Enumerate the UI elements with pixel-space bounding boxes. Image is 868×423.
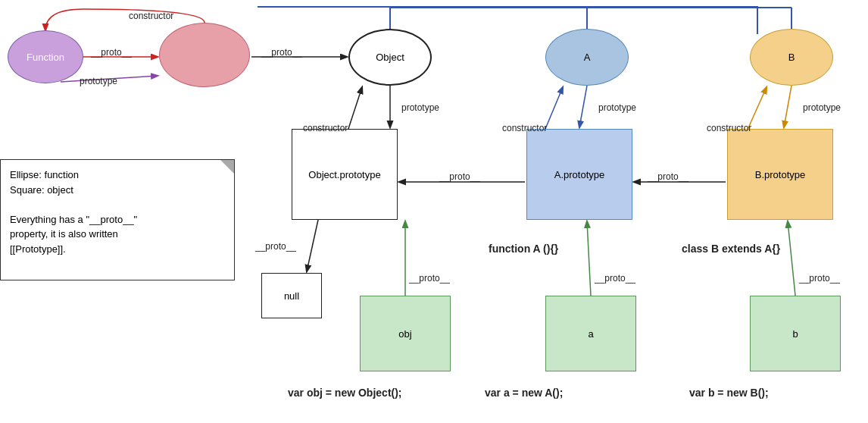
b-prototype-rect: B.prototype xyxy=(727,129,833,220)
null-label: null xyxy=(284,290,299,302)
label-prototype-a-ap: prototype xyxy=(598,102,636,113)
obj-label: obj xyxy=(398,328,411,340)
svg-line-13 xyxy=(784,86,792,127)
label-constructor-op-obj: constructor xyxy=(303,123,348,133)
obj-rect: obj xyxy=(360,296,451,371)
b-inst-label: b xyxy=(792,328,798,340)
label-prototype-obj-op: prototype xyxy=(401,102,439,113)
label-constructor-1: constructor xyxy=(129,11,173,21)
label-prototype-func-fp: prototype xyxy=(80,76,117,86)
label-proto-op-null: __proto__ xyxy=(255,241,296,252)
object-prototype-label: Object.prototype xyxy=(308,169,380,180)
code-b: var b = new B(); xyxy=(689,387,769,399)
code-obj: var obj = new Object(); xyxy=(288,387,402,399)
b-prototype-label: B.prototype xyxy=(755,169,806,180)
label-prototype-b-bp: prototype xyxy=(803,102,841,113)
fp-ellipse xyxy=(159,23,250,87)
label-proto-bp-ap: __proto__ xyxy=(648,171,688,182)
note-box: Ellipse: function Square: object Everyth… xyxy=(0,159,235,280)
label-proto-ap-op: __proto__ xyxy=(439,171,480,182)
note-line5: property, it is also written xyxy=(10,227,225,242)
code-class-b: class B extends A{} xyxy=(682,243,780,255)
null-rect: null xyxy=(261,273,322,318)
object-ellipse: Object xyxy=(348,29,432,86)
label-proto-obj-op: __proto__ xyxy=(409,273,450,284)
diagram-container: Function Object A B Object.prototype A.p… xyxy=(0,0,868,423)
svg-line-12 xyxy=(587,221,591,296)
object-label: Object xyxy=(376,52,404,63)
a-inst-label: a xyxy=(588,328,593,340)
code-a: var a = new A(); xyxy=(485,387,563,399)
note-line1: Ellipse: function xyxy=(10,168,225,183)
label-constructor-ap-a: constructor xyxy=(502,123,547,133)
note-line4: Everything has a "__proto__" xyxy=(10,212,225,227)
svg-rect-0 xyxy=(258,6,757,8)
function-ellipse: Function xyxy=(8,30,83,83)
object-prototype-rect: Object.prototype xyxy=(292,129,398,220)
a-inst-rect: a xyxy=(545,296,636,371)
label-constructor-bp-b: constructor xyxy=(707,123,751,133)
svg-line-16 xyxy=(788,221,795,296)
note-line2: Square: object xyxy=(10,183,225,198)
label-proto-a-ap: __proto__ xyxy=(595,273,635,284)
b-inst-rect: b xyxy=(750,296,841,371)
note-line6: [[Prototype]]. xyxy=(10,242,225,257)
a-prototype-label: A.prototype xyxy=(554,169,605,180)
svg-line-9 xyxy=(579,86,587,127)
function-label: Function xyxy=(27,52,64,63)
svg-line-7 xyxy=(307,220,318,271)
b-ellipse: B xyxy=(750,29,833,86)
a-prototype-rect: A.prototype xyxy=(526,129,632,220)
label-proto-b-bp: __proto__ xyxy=(799,273,840,284)
label-proto-func-fp: __proto__ xyxy=(91,47,132,58)
label-proto-fp-obj: __proto__ xyxy=(261,47,302,58)
a-ellipse: A xyxy=(545,29,629,86)
a-label: A xyxy=(584,52,591,63)
b-label: B xyxy=(788,52,795,63)
code-func-a: function A (){} xyxy=(489,243,558,255)
